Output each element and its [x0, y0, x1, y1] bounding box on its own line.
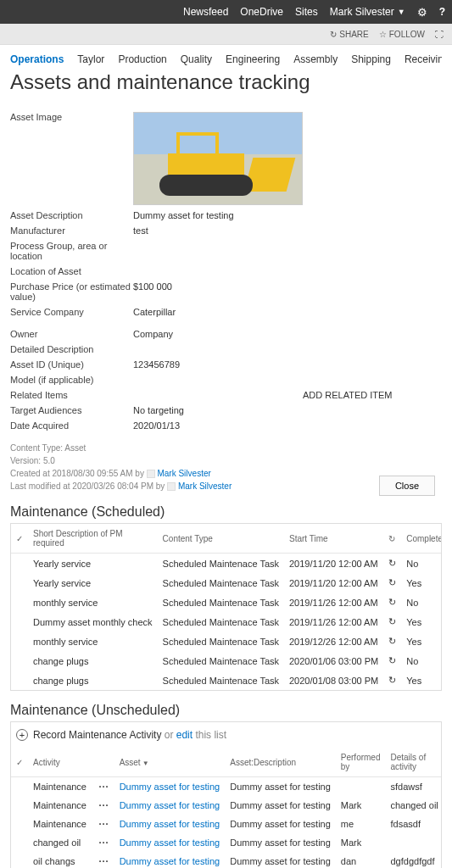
- item-menu-icon[interactable]: ···: [98, 782, 109, 792]
- page-actions-bar: ↻ SHARE ☆ FOLLOW ⛶: [0, 24, 452, 44]
- cell-completed: Yes: [401, 573, 442, 593]
- cell-asset-desc: Dummy asset for testing: [225, 777, 336, 797]
- item-menu-icon[interactable]: ···: [98, 819, 109, 829]
- table-row[interactable]: Maintenance···Dummy asset for testingDum…: [11, 796, 442, 815]
- edit-list-link[interactable]: edit: [176, 729, 193, 741]
- asset-image: [133, 112, 303, 205]
- focus-icon[interactable]: ⛶: [435, 30, 444, 39]
- nav-item-assembly[interactable]: Assembly: [293, 53, 338, 65]
- cell-completed: Yes: [401, 632, 442, 651]
- item-menu-icon[interactable]: ···: [98, 800, 109, 810]
- field-value: Caterpillar: [133, 307, 176, 317]
- cell-asset-link[interactable]: Dummy asset for testing: [114, 796, 226, 815]
- table-row[interactable]: change plugsScheduled Maintenace Task202…: [11, 651, 442, 670]
- user-presence-icon: [167, 482, 176, 491]
- cell-start-time: 2019/11/26 12:00 AM: [284, 593, 383, 612]
- field-label: Model (if applicable): [10, 375, 133, 385]
- user-name: Mark Silvester: [330, 6, 394, 18]
- recurrence-icon: ↻: [383, 573, 401, 593]
- col-completed[interactable]: Completed?: [401, 524, 442, 554]
- table-row[interactable]: oil changs···Dummy asset for testingDumm…: [11, 852, 442, 868]
- cell-content-type: Scheduled Maintenace Task: [158, 670, 284, 690]
- new-item-label: Record Maintenance Activity: [33, 729, 161, 741]
- sites-link[interactable]: Sites: [295, 6, 318, 18]
- cell-details: sfdawsf: [386, 777, 443, 797]
- table-row[interactable]: changed oil···Dummy asset for testingDum…: [11, 833, 442, 852]
- onedrive-link[interactable]: OneDrive: [240, 6, 283, 18]
- cell-desc: monthly service: [28, 593, 158, 612]
- cell-details: dgfdgdfgdf: [386, 852, 443, 868]
- new-item-row[interactable]: + Record Maintenance Activity or edit th…: [11, 722, 441, 748]
- filter-icon: [141, 758, 149, 767]
- cell-start-time: 2019/12/26 12:00 AM: [284, 632, 383, 651]
- table-row[interactable]: Dummy asset monthly checkScheduled Maint…: [11, 612, 442, 632]
- cell-details: changed oil: [386, 796, 443, 815]
- created-by-user[interactable]: Mark Silvester: [157, 469, 210, 478]
- item-menu-icon[interactable]: ···: [98, 856, 109, 866]
- field-label: Related Items: [10, 390, 133, 400]
- table-row[interactable]: monthly serviceScheduled Maintenace Task…: [11, 632, 442, 651]
- col-content-type[interactable]: Content Type: [158, 524, 284, 554]
- nav-item-receiving[interactable]: Receiving: [405, 53, 442, 65]
- field-label: Asset ID (Unique): [10, 359, 133, 370]
- user-menu[interactable]: Mark Silvester ▼: [330, 6, 405, 18]
- table-row[interactable]: Maintenance···Dummy asset for testingDum…: [11, 777, 442, 797]
- suite-bar: Newsfeed OneDrive Sites Mark Silvester ▼: [0, 0, 452, 24]
- asset-image-label: Asset Image: [10, 112, 133, 205]
- share-button[interactable]: ↻ SHARE: [330, 30, 368, 39]
- field-value: 123456789: [133, 359, 180, 370]
- cell-asset-desc: Dummy asset for testing: [225, 852, 336, 868]
- cell-desc: monthly service: [28, 632, 158, 651]
- cell-desc: Dummy asset monthly check: [28, 612, 158, 632]
- select-all-icon[interactable]: [16, 534, 23, 543]
- recurrence-icon: ↻: [383, 670, 401, 690]
- add-related-item-link[interactable]: ADD RELATED ITEM: [303, 390, 393, 400]
- cell-asset-link[interactable]: Dummy asset for testing: [114, 852, 226, 868]
- help-icon[interactable]: [439, 6, 445, 18]
- nav-item-shipping[interactable]: Shipping: [351, 53, 391, 65]
- nav-item-quality[interactable]: Quality: [181, 53, 212, 65]
- cell-content-type: Scheduled Maintenace Task: [158, 612, 284, 632]
- table-row[interactable]: change plugsScheduled Maintenace Task202…: [11, 670, 442, 690]
- cell-asset-link[interactable]: Dummy asset for testing: [114, 815, 226, 833]
- col-performed-by[interactable]: Performed by: [336, 748, 386, 777]
- cell-completed: No: [401, 593, 442, 612]
- follow-button[interactable]: ☆ FOLLOW: [379, 30, 425, 39]
- table-row[interactable]: Yearly serviceScheduled Maintenace Task2…: [11, 573, 442, 593]
- col-asset-desc[interactable]: Asset:Description: [225, 748, 336, 777]
- gear-icon[interactable]: [417, 6, 427, 19]
- cell-asset-link[interactable]: Dummy asset for testing: [114, 777, 226, 797]
- field-label: Target Audiences: [10, 405, 133, 415]
- col-activity[interactable]: Activity: [28, 748, 93, 777]
- cell-details: fdsasdf: [386, 815, 443, 833]
- cell-content-type: Scheduled Maintenace Task: [158, 554, 284, 574]
- recurrence-icon: [388, 534, 395, 543]
- field-label: Location of Asset: [10, 266, 133, 276]
- col-asset[interactable]: Asset: [114, 748, 226, 777]
- close-button[interactable]: Close: [379, 476, 435, 496]
- select-all-icon[interactable]: [16, 758, 23, 767]
- item-menu-icon[interactable]: ···: [98, 837, 109, 848]
- cell-content-type: Scheduled Maintenace Task: [158, 593, 284, 612]
- cell-completed: Yes: [401, 670, 442, 690]
- cell-desc: change plugs: [28, 651, 158, 670]
- col-details[interactable]: Details of activity: [386, 748, 443, 777]
- share-label: SHARE: [339, 30, 368, 39]
- nav-item-production[interactable]: Production: [118, 53, 166, 65]
- nav-item-operations[interactable]: Operations: [10, 53, 64, 65]
- meta-created: Created at 2018/08/30 09:55 AM by: [10, 469, 144, 478]
- table-row[interactable]: Maintenance···Dummy asset for testingDum…: [11, 815, 442, 833]
- col-desc[interactable]: Short Description of PM required: [28, 524, 158, 554]
- cell-performed-by: me: [336, 815, 386, 833]
- col-start-time[interactable]: Start Time: [284, 524, 383, 554]
- newsfeed-link[interactable]: Newsfeed: [183, 6, 228, 18]
- nav-item-engineering[interactable]: Engineering: [226, 53, 280, 65]
- modified-by-user[interactable]: Mark Silvester: [178, 481, 232, 491]
- field-label: Owner: [10, 329, 133, 339]
- table-row[interactable]: monthly serviceScheduled Maintenace Task…: [11, 593, 442, 612]
- cell-asset-link[interactable]: Dummy asset for testing: [114, 833, 226, 852]
- cell-start-time: 2020/01/08 03:00 PM: [284, 670, 383, 690]
- nav-item-taylor[interactable]: Taylor: [77, 53, 104, 65]
- field-value: $100 000: [133, 281, 172, 302]
- table-row[interactable]: Yearly serviceScheduled Maintenace Task2…: [11, 554, 442, 574]
